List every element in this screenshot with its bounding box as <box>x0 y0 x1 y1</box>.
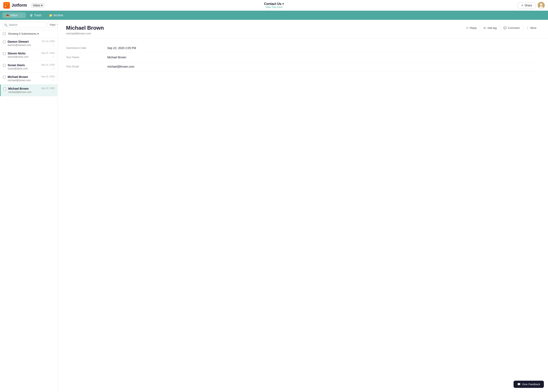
submission-item[interactable]: Susan Davis susan@davis.com Sep 22, 2020… <box>0 61 58 73</box>
feedback-label: Give Feedback <box>522 383 540 386</box>
submission-date: Oct 14, 2020 <box>42 40 55 42</box>
svg-point-5 <box>540 3 542 6</box>
submission-info: Steven Nicks steven@nicks.com <box>8 52 39 58</box>
submission-date: Sep 22, 2020 <box>41 63 55 66</box>
submission-checkbox[interactable] <box>3 76 6 78</box>
trash-tab-label: Trash <box>34 14 41 17</box>
inbox-selector[interactable]: Inbox ▾ <box>31 3 44 8</box>
field-row-submission-date: Submission Date Sep 22, 2020 2:05 PM <box>66 43 540 53</box>
feedback-icon: 💬 <box>517 383 520 386</box>
archive-tab-icon: 📁 <box>49 14 52 17</box>
star-icon[interactable]: ☆ <box>52 90 55 94</box>
submission-date: Sep 22, 2020 <box>41 52 55 54</box>
field-value: Michael Brown <box>107 56 540 59</box>
star-icon[interactable]: ☆ <box>52 55 55 58</box>
field-label: Submission Date <box>66 46 107 49</box>
submission-meta: Sep 22, 2020 ☆ <box>41 75 55 82</box>
submission-info: Michael Brown michael@brown.com <box>8 75 39 82</box>
more-icon: ⋮ <box>526 26 529 29</box>
submission-name: Steven Nicks <box>8 52 39 55</box>
submission-checkbox[interactable] <box>3 41 6 43</box>
field-label: Your Name <box>66 56 107 59</box>
reply-button[interactable]: ↩ Reply <box>463 25 480 31</box>
dropdown-icon: ▾ <box>282 2 284 6</box>
submission-title: Michael Brown <box>66 25 104 31</box>
showing-chevron: ▾ <box>37 32 39 35</box>
tab-archive[interactable]: 📁 Archive <box>46 12 67 18</box>
submission-name: Michael Brown <box>8 87 39 90</box>
submission-name: Susan Davis <box>8 63 39 67</box>
form-title-area: Contact Us ▾ View This Form <box>264 2 284 9</box>
star-icon[interactable]: ☆ <box>52 43 55 47</box>
submission-meta: Oct 14, 2020 ☆ <box>42 40 55 47</box>
tag-icon: 🏷 <box>483 26 486 29</box>
trash-tab-icon: 🗑 <box>30 14 33 17</box>
main-layout: 🔍 Filter ▼ Showing 5 Submissions ▾ Damon… <box>0 20 548 392</box>
submission-name: Damon Stewart <box>8 40 40 43</box>
select-all-checkbox[interactable] <box>3 32 6 35</box>
star-icon[interactable]: ☆ <box>52 78 55 82</box>
showing-submissions-bar[interactable]: Showing 5 Submissions ▾ <box>0 30 58 37</box>
submission-item[interactable]: Steven Nicks steven@nicks.com Sep 22, 20… <box>0 49 58 61</box>
search-input[interactable] <box>2 22 46 28</box>
submission-checkbox[interactable] <box>3 52 6 55</box>
field-row-your-name: Your Name Michael Brown <box>66 53 540 62</box>
top-right-area: ↗ Share <box>518 2 545 9</box>
chevron-down-icon: ▾ <box>41 4 43 7</box>
field-label: Your Email <box>66 65 107 68</box>
submission-header: Michael Brown michael@brown.com ↩ Reply … <box>58 20 548 39</box>
field-row-your-email: Your Email michael@brown.com <box>66 62 540 71</box>
more-label: More <box>530 26 536 29</box>
archive-tab-label: Archive <box>54 14 63 17</box>
share-button[interactable]: ↗ Share <box>518 2 535 8</box>
submission-name: Michael Brown <box>8 75 39 78</box>
sidebar: 🔍 Filter ▼ Showing 5 Submissions ▾ Damon… <box>0 20 58 392</box>
submission-item[interactable]: Damon Stewart damon@stewart.com Oct 14, … <box>0 37 58 49</box>
share-label: Share <box>525 4 532 7</box>
submission-email: susan@davis.com <box>8 67 39 70</box>
inbox-tab-icon: 📥 <box>6 14 9 17</box>
view-this-form-link[interactable]: View This Form <box>264 6 284 9</box>
submission-info: Michael Brown michael@brown.com <box>8 87 39 94</box>
add-tag-button[interactable]: 🏷 Add tag <box>480 25 500 31</box>
search-bar: 🔍 Filter ▼ <box>0 20 58 30</box>
submission-checkbox[interactable] <box>3 64 6 67</box>
submission-email: steven@nicks.com <box>8 56 39 58</box>
svg-rect-3 <box>7 6 8 6</box>
submission-item[interactable]: Michael Brown michael@brown.com Sep 22, … <box>0 73 58 84</box>
filter-label: Filter <box>50 23 56 26</box>
tab-inbox[interactable]: 📥 Inbox ⋮ <box>2 12 26 18</box>
submission-identity: Michael Brown michael@brown.com <box>66 25 104 35</box>
submission-checkbox[interactable] <box>4 88 6 90</box>
content-area: Michael Brown michael@brown.com ↩ Reply … <box>58 20 548 392</box>
svg-rect-0 <box>3 2 10 9</box>
logo-text: Jotform <box>12 3 27 8</box>
search-wrap: 🔍 <box>2 22 46 28</box>
logo-area: Jotform Inbox ▾ <box>3 2 44 9</box>
filter-button[interactable]: Filter ▼ <box>47 22 58 28</box>
field-value: michael@brown.com <box>107 65 540 68</box>
tab-bar: 📥 Inbox ⋮ 🗑 Trash 📁 Archive <box>0 11 548 20</box>
submission-item-selected[interactable]: Michael Brown michael@brown.com Sep 22, … <box>0 84 58 96</box>
user-avatar[interactable] <box>538 2 545 9</box>
svg-rect-1 <box>7 4 8 4</box>
tab-options-icon[interactable]: ⋮ <box>20 14 22 17</box>
submission-body: Submission Date Sep 22, 2020 2:05 PM You… <box>58 39 548 76</box>
search-icon: 🔍 <box>4 23 7 26</box>
give-feedback-button[interactable]: 💬 Give Feedback <box>513 381 544 388</box>
submission-meta: Sep 22, 2020 ☆ <box>41 63 55 70</box>
submission-meta: Sep 22, 2020 ☆ <box>41 87 55 94</box>
field-value: Sep 22, 2020 2:05 PM <box>107 46 540 50</box>
more-button[interactable]: ⋮ More <box>523 25 540 31</box>
submission-email: michael@brown.com <box>8 79 39 82</box>
showing-label: Showing 5 Submissions <box>8 32 36 35</box>
submission-email: michael@brown.com <box>8 91 39 94</box>
form-title: Contact Us ▾ <box>264 2 284 6</box>
tab-trash[interactable]: 🗑 Trash <box>27 12 44 18</box>
add-tag-label: Add tag <box>487 26 497 29</box>
submission-date: Sep 22, 2020 <box>41 75 55 78</box>
comment-button[interactable]: 💬 Comment <box>500 25 523 31</box>
submission-email-display: michael@brown.com <box>66 32 104 35</box>
star-icon[interactable]: ☆ <box>52 67 55 70</box>
comment-label: Comment <box>508 26 519 29</box>
